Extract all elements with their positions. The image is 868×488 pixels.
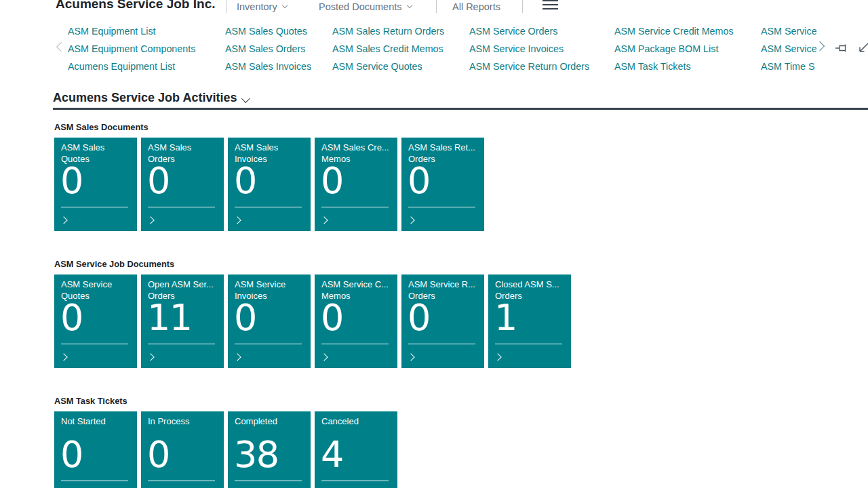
cue-tile[interactable]: Closed ASM S...Orders1 <box>488 274 571 368</box>
nav-link[interactable]: ASM Sales Quotes <box>225 22 311 40</box>
nav-item-inventory[interactable]: Inventory <box>237 0 287 14</box>
carousel-next-icon[interactable] <box>815 41 825 51</box>
tile-divider <box>235 481 302 481</box>
tile-divider <box>321 344 389 344</box>
resize-arrow-icon[interactable] <box>856 41 868 56</box>
cue-tile[interactable]: ASM ServiceQuotes0 <box>54 274 137 368</box>
nav-item-label: Posted Documents <box>319 1 402 12</box>
link-column: ASM Sales QuotesASM Sales OrdersASM Sale… <box>225 22 311 75</box>
nav-link[interactable]: ASM Service Orders <box>469 22 589 40</box>
link-column: ASM Service OrdersASM Service InvoicesAS… <box>469 22 589 75</box>
tile-title: Canceled <box>315 411 397 428</box>
chevron-right-icon <box>407 217 414 224</box>
tile-value: 11 <box>147 300 192 336</box>
pin-icon[interactable] <box>835 43 850 54</box>
group-label: ASM Sales Documents <box>54 122 484 132</box>
chevron-right-icon <box>233 354 241 361</box>
nav-link[interactable]: ASM Service Credit Memos <box>614 22 734 40</box>
tile-value: 0 <box>321 300 343 336</box>
nav-link[interactable]: ASM Time S <box>761 58 816 75</box>
cue-tile[interactable]: ASM Service C...Memos0 <box>315 274 397 368</box>
tile-divider <box>235 344 302 344</box>
nav-link[interactable]: ASM Service <box>761 22 816 40</box>
tile-value: 4 <box>321 437 343 472</box>
nav-link[interactable]: ASM Service <box>761 40 816 58</box>
links-columns: ASM Equipment ListASM Equipment Componen… <box>68 22 816 75</box>
link-column: ASM Sales Return OrdersASM Sales Credit … <box>332 22 444 75</box>
activity-group: ASM Sales DocumentsASM SalesQuotes0ASM S… <box>54 122 484 231</box>
nav-link[interactable]: ASM Service Invoices <box>469 40 589 58</box>
tile-value: 0 <box>60 300 83 336</box>
group-label: ASM Task Tickets <box>54 396 397 406</box>
tile-divider <box>408 344 475 344</box>
chevron-right-icon <box>407 354 414 361</box>
activities-title: Acumens Service Job Activities <box>53 91 237 105</box>
cue-tile[interactable]: ASM SalesInvoices0 <box>228 138 311 231</box>
tile-row: Not Started0In Process0Completed38Cancel… <box>54 411 397 488</box>
tile-divider <box>61 344 128 344</box>
tile-value: 0 <box>60 437 83 472</box>
tile-divider <box>495 344 562 344</box>
cue-tile[interactable]: ASM Service R...Orders0 <box>401 274 484 368</box>
tile-row: ASM SalesQuotes0ASM SalesOrders0ASM Sale… <box>54 138 484 231</box>
cue-tile[interactable]: ASM SalesOrders0 <box>141 138 224 231</box>
cue-tile[interactable]: Open ASM Ser...Orders11 <box>141 274 224 368</box>
tile-value: 0 <box>321 163 343 199</box>
chevron-right-icon <box>320 354 328 361</box>
cue-tile[interactable]: Canceled4 <box>315 411 397 488</box>
nav-item-label: Inventory <box>237 1 277 12</box>
tile-value: 0 <box>408 300 430 336</box>
tile-divider <box>321 481 389 481</box>
tile-divider <box>321 207 389 207</box>
nav-link[interactable]: ASM Equipment Components <box>68 40 195 58</box>
tile-divider <box>61 481 128 481</box>
menu-icon[interactable] <box>542 0 558 12</box>
cue-tile[interactable]: In Process0 <box>141 411 224 488</box>
nav-link[interactable]: ASM Package BOM List <box>614 40 734 58</box>
cue-tile[interactable]: Not Started0 <box>54 411 137 488</box>
activities-header[interactable]: Acumens Service Job Activities <box>53 91 249 105</box>
cue-tile[interactable]: ASM SalesQuotes0 <box>54 138 137 231</box>
page-root: Acumens Service Job Inc. Inventory Poste… <box>0 0 868 488</box>
nav-link[interactable]: ASM Sales Orders <box>225 40 311 58</box>
tile-title: Completed <box>228 411 311 428</box>
nav-link[interactable]: ASM Service Quotes <box>332 58 444 75</box>
nav-link[interactable]: ASM Sales Return Orders <box>332 22 444 40</box>
chevron-down-icon <box>281 3 288 9</box>
link-column: ASM Service Credit MemosASM Package BOM … <box>614 22 734 75</box>
nav-link[interactable]: Acumens Equipment List <box>68 58 195 75</box>
nav-link[interactable]: ASM Sales Credit Memos <box>332 40 444 58</box>
cue-tile[interactable]: ASM Sales Ret...Orders0 <box>401 138 484 231</box>
tile-divider <box>148 481 215 481</box>
carousel-prev-icon[interactable] <box>56 42 66 52</box>
nav-separator <box>522 0 523 13</box>
tile-value: 38 <box>234 437 279 472</box>
link-column: ASM Equipment ListASM Equipment Componen… <box>68 22 195 75</box>
tile-value: 0 <box>234 300 256 336</box>
nav-separator <box>436 0 437 13</box>
nav-link[interactable]: ASM Service Return Orders <box>469 58 589 75</box>
cue-tile[interactable]: ASM ServiceInvoices0 <box>228 274 311 368</box>
nav-link[interactable]: ASM Sales Invoices <box>225 58 311 75</box>
nav-separator <box>226 0 226 13</box>
nav-link[interactable]: ASM Task Tickets <box>614 58 734 75</box>
nav-item-all-reports[interactable]: All Reports <box>452 0 500 14</box>
activity-group: ASM Task TicketsNot Started0In Process0C… <box>54 396 397 488</box>
activity-group: ASM Service Job DocumentsASM ServiceQuot… <box>54 259 571 368</box>
nav-item-posted-documents[interactable]: Posted Documents <box>319 0 412 14</box>
tile-value: 0 <box>234 163 256 199</box>
chevron-right-icon <box>60 354 67 361</box>
nav-link[interactable]: ASM Equipment List <box>68 22 195 40</box>
tile-title: In Process <box>141 411 224 428</box>
page-title[interactable]: Acumens Service Job Inc. <box>56 0 216 12</box>
tile-divider <box>148 207 215 207</box>
tile-title: Not Started <box>54 411 137 428</box>
cue-tile[interactable]: Completed38 <box>228 411 311 488</box>
chevron-right-icon <box>146 217 154 224</box>
cue-tile[interactable]: ASM Sales Cre...Memos0 <box>315 138 397 231</box>
group-label: ASM Service Job Documents <box>54 259 571 269</box>
tile-value: 0 <box>408 163 430 199</box>
chevron-right-icon <box>494 354 501 361</box>
chevron-right-icon <box>60 217 67 224</box>
tile-row: ASM ServiceQuotes0Open ASM Ser...Orders1… <box>54 274 571 368</box>
